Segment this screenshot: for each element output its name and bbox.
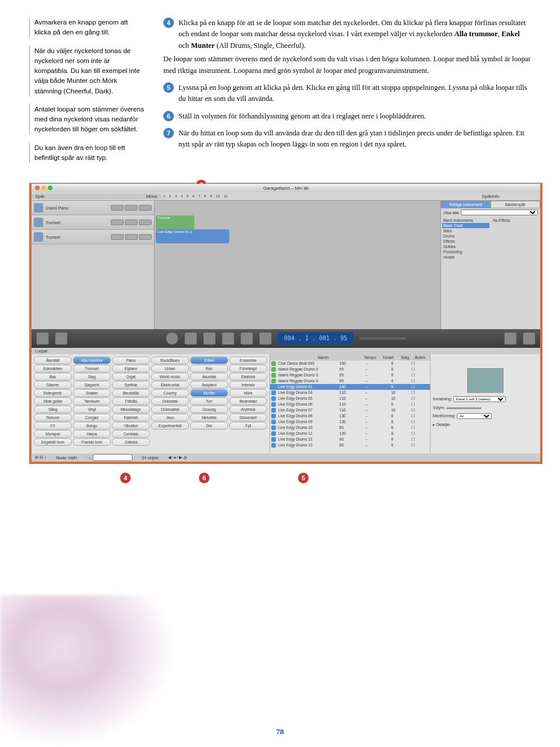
keyword-button[interactable]: Ren xyxy=(190,365,228,372)
keyword-button[interactable]: Vinyl xyxy=(73,406,111,413)
start-button[interactable] xyxy=(184,332,197,345)
keyword-button[interactable]: Melodisk xyxy=(190,414,228,421)
loop-result-row[interactable]: Live Edgy Drums 07110–16☐ xyxy=(270,407,430,413)
play-button[interactable] xyxy=(222,332,235,345)
region-midi[interactable]: Trumset xyxy=(156,215,194,229)
loop-result-row[interactable]: Live Edgy Drums 1080–8☐ xyxy=(270,425,430,431)
add-track-button[interactable] xyxy=(36,332,49,345)
category-item[interactable]: Basic Track xyxy=(442,223,489,228)
preview-volume-slider[interactable]: ◀─●─▶ 🔊 xyxy=(168,455,188,460)
timeline-lane[interactable]: Trumset Live Edgy Drums 01.1 xyxy=(155,201,440,329)
keyword-button[interactable]: Jazz xyxy=(151,414,189,421)
keyword-button[interactable]: Elpiano xyxy=(112,365,150,372)
keyword-button[interactable]: Orkestral xyxy=(151,397,189,405)
loop-result-row[interactable]: Live Edgy Drums 08130–8☐ xyxy=(270,413,430,419)
keyword-button[interactable]: Piano xyxy=(112,357,150,364)
loop-result-row[interactable]: Live Edgy Drums 11120–8☐ xyxy=(270,431,430,437)
loop-result-row[interactable]: Live Edgy Drums 1280–8☐ xyxy=(270,437,430,442)
loop-result-row[interactable]: Live Edgy Drums 01100–8☐ xyxy=(270,384,430,390)
keyword-button[interactable]: Congas xyxy=(73,414,111,421)
keyword-button[interactable]: Groovig xyxy=(190,406,228,413)
keyword-button[interactable]: Akustisk xyxy=(190,373,228,381)
category-item[interactable]: Guitars xyxy=(442,244,489,249)
keyword-button[interactable]: Fyll xyxy=(229,422,267,430)
keyword-button[interactable]: Munter xyxy=(190,389,228,397)
keyword-button[interactable]: Orgel xyxy=(112,373,150,381)
keyword-button[interactable]: Shaker xyxy=(73,389,111,397)
keyword-button[interactable]: Stränginstr. xyxy=(34,389,72,397)
keyword-button[interactable]: Slagverk xyxy=(73,381,111,389)
keyword-button[interactable]: Torr xyxy=(190,397,228,405)
keyword-button[interactable]: Urban xyxy=(151,365,189,372)
keyword-button[interactable]: Munspel xyxy=(34,430,72,438)
keyword-button[interactable]: Cembalo xyxy=(112,430,150,438)
loop-result-row[interactable]: Live Edgy Drums 09130–8☐ xyxy=(270,419,430,425)
category-item[interactable]: Podcasting xyxy=(442,249,489,254)
forward-button[interactable] xyxy=(240,332,253,345)
category-item[interactable]: Band Instruments xyxy=(442,218,489,223)
keyword-button[interactable]: Alla trummor xyxy=(73,357,111,364)
loop-result-row[interactable]: Live Edgy Drums 04110–16☐ xyxy=(270,390,430,396)
keyword-button[interactable]: Del xyxy=(190,422,228,430)
cycle-button[interactable] xyxy=(259,332,272,345)
category-item[interactable]: Bass xyxy=(442,228,489,233)
keyword-button[interactable]: Dissonant xyxy=(229,414,267,421)
keyword-button[interactable]: Celesta xyxy=(112,438,150,446)
category-item[interactable]: Vocals xyxy=(442,254,489,260)
keyword-button[interactable]: Bokmärken xyxy=(34,365,72,372)
track-list[interactable]: Grand Piano Trumset Trumset xyxy=(32,201,155,329)
editor-button[interactable] xyxy=(55,332,68,345)
loop-result-row[interactable]: Island Reggae Drums 065–8☐ xyxy=(270,366,430,372)
keyword-button[interactable]: Experimentell xyxy=(151,422,189,430)
keyword-button[interactable]: Bas xyxy=(34,373,72,381)
keyword-button[interactable]: Franskt horn xyxy=(73,438,111,446)
keyword-button[interactable]: Melodislagv. xyxy=(112,406,150,413)
loop-browser-button[interactable] xyxy=(504,332,517,345)
keyword-button[interactable]: Elektrisk xyxy=(229,373,267,381)
loop-result-row[interactable]: Island Reggae Drums 065–4☐ xyxy=(270,378,430,384)
master-volume-slider[interactable] xyxy=(359,337,406,340)
keyword-button[interactable]: Trumset xyxy=(73,365,111,372)
tab-real-instrument[interactable]: Riktiga instrument xyxy=(441,201,491,208)
info-button[interactable] xyxy=(523,332,536,345)
loop-result-row[interactable]: Live Edgy Drums 1380–8☐ xyxy=(270,442,430,448)
tab-master[interactable]: Masterspår xyxy=(491,201,540,208)
keyword-button[interactable]: Cinematisk xyxy=(151,406,189,413)
show-select[interactable] xyxy=(461,210,538,215)
region-audio[interactable]: Live Edgy Drums 01.1 xyxy=(156,229,229,243)
keyword-button[interactable]: Texturer xyxy=(34,414,72,421)
keyword-button[interactable]: World music xyxy=(151,373,189,381)
keyword-button[interactable]: Elektronisk xyxy=(151,381,189,389)
loop-result-row[interactable]: Live Edgy Drums 05110–16☐ xyxy=(270,396,430,402)
search-input[interactable] xyxy=(93,454,132,461)
keyword-button[interactable]: Enkel xyxy=(190,357,228,364)
keyword-button[interactable]: Harpa xyxy=(73,430,111,438)
keyword-button[interactable]: Engelskt horn xyxy=(34,438,72,446)
details-disclosure[interactable]: ▸ Detaljer xyxy=(433,423,538,427)
keyword-button[interactable]: Intensiv xyxy=(229,381,267,389)
keyword-button[interactable]: Förvrängd xyxy=(229,365,267,372)
keyword-button[interactable]: Sång xyxy=(34,406,72,413)
rewind-button[interactable] xyxy=(203,332,216,345)
keyword-button[interactable]: Tamburin xyxy=(73,397,111,405)
monitor-select[interactable]: Av xyxy=(457,413,492,419)
keyword-button[interactable]: Träblås xyxy=(112,397,150,405)
keyword-button[interactable]: Synthar xyxy=(112,381,150,389)
keyword-button[interactable]: Återställ xyxy=(34,357,72,364)
keyword-button[interactable]: Bearbetad xyxy=(229,397,267,405)
input-select[interactable]: Kanal 1 och 2 (stereo) xyxy=(453,396,506,402)
keyword-button[interactable]: Avspänd xyxy=(190,381,228,389)
keyword-button[interactable]: Mörk xyxy=(229,389,267,397)
loop-result-row[interactable]: Club Dance Beat 049100–8☐ xyxy=(270,361,430,366)
timeline-ruler[interactable]: 1 2 3 4 5 6 7 8 9 10 11 xyxy=(161,194,441,198)
keyword-button[interactable]: Country xyxy=(151,389,189,397)
keyword-button[interactable]: Bleckblås xyxy=(112,389,150,397)
keyword-button[interactable]: Slide guitar xyxy=(34,397,72,405)
keyword-button[interactable]: Rock/Blues xyxy=(151,357,189,364)
keyword-button[interactable]: Ensemble xyxy=(229,357,267,364)
volume-slider[interactable] xyxy=(446,407,481,409)
category-item[interactable]: Drums xyxy=(442,233,489,239)
keyword-button[interactable]: Slag xyxy=(73,373,111,381)
category-item[interactable]: Effects xyxy=(442,239,489,244)
keyword-button[interactable]: Bongo xyxy=(73,422,111,430)
